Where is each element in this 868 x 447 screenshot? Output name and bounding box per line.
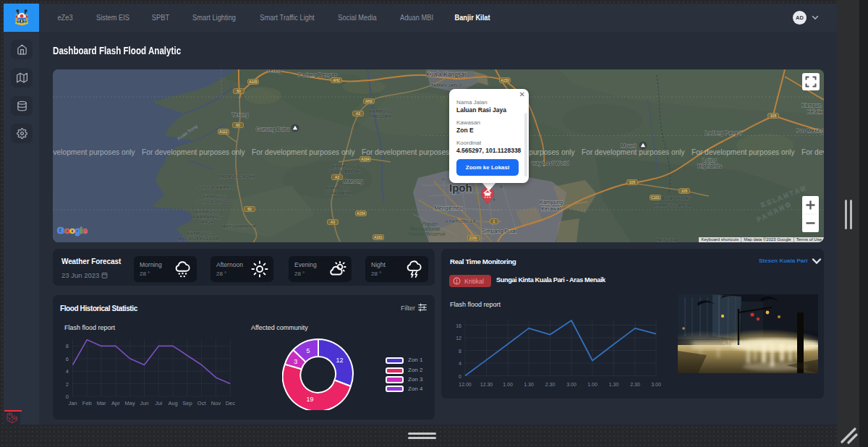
svg-text:Jun: Jun [140,400,148,406]
svg-text:16: 16 [456,323,461,328]
svg-text:C101: C101 [651,195,660,200]
svg-text:A154: A154 [357,211,365,216]
svg-text:SUNGAI KERANG: SUNGAI KERANG [197,185,237,190]
svg-text:Kerawat: Kerawat [541,205,561,212]
svg-text:PERMATANG: PERMATANG [193,215,222,219]
svg-text:2.30: 2.30 [630,382,640,387]
svg-text:Kampun: Kampun [801,102,822,108]
svg-text:KAMPUNG: KAMPUNG [203,195,226,199]
svg-text:105: 105 [681,189,688,193]
svg-text:6: 6 [66,356,69,362]
svg-text:Oct: Oct [197,400,207,406]
svg-text:G: G [57,226,64,236]
svg-text:For development purposes only: For development purposes only [692,148,796,156]
svg-text:1.00: 1.00 [587,382,597,387]
svg-text:2150: 2150 [469,236,477,240]
svg-text:1.30: 1.30 [609,382,619,387]
svg-text:Feb: Feb [82,400,92,406]
svg-text:A3: A3 [335,175,339,179]
svg-text:Pos Mering: Pos Mering [796,127,824,134]
svg-text:12.00: 12.00 [459,382,472,387]
svg-text:Dec: Dec [226,400,236,406]
svg-text:1.30: 1.30 [524,382,534,387]
svg-text:12: 12 [456,336,461,341]
svg-text:For development purposes only: For development purposes only [142,148,246,156]
svg-text:Sep: Sep [182,400,192,406]
svg-text:A105: A105 [249,80,258,84]
svg-text:Ladang Pangoi: Ladang Pangoi [705,129,742,136]
svg-text:12.30: 12.30 [480,382,493,387]
svg-text:50: 50 [237,89,241,93]
svg-text:8: 8 [66,343,69,349]
svg-text:105: 105 [770,114,777,118]
svg-text:60: 60 [236,123,240,127]
svg-text:Kuala Kangsar: Kuala Kangsar [426,71,467,78]
svg-text:way Lost World: way Lost World [531,160,569,166]
svg-text:Aug: Aug [168,400,177,406]
svg-text:Manong: Manong [343,178,362,184]
svg-text:BAGAN PANCHOR: BAGAN PANCHOR [179,237,219,241]
svg-text:SUNGAI TINGGI: SUNGAI TINGGI [197,200,232,204]
svg-text:1: 1 [493,219,495,224]
svg-text:4: 4 [459,361,461,366]
svg-text:12: 12 [336,357,344,364]
svg-text:Nov: Nov [211,400,221,406]
svg-text:Mar: Mar [97,400,106,406]
svg-text:PADANG GAJAH: PADANG GAJAH [218,174,255,179]
svg-text:Jul: Jul [156,400,163,406]
svg-text:1.00: 1.00 [503,382,513,387]
svg-text:A164: A164 [361,157,370,161]
svg-text:KAMPUNG: KAMPUNG [370,109,393,114]
svg-text:Jering: Jering [267,69,281,74]
svg-text:8: 8 [459,349,461,354]
svg-text:A150: A150 [501,78,509,82]
svg-text:For development purposes only: For development purposes only [801,148,824,156]
svg-text:KAMPUNG: KAMPUNG [327,186,350,190]
svg-text:RAJA: RAJA [202,220,214,224]
svg-text:A3: A3 [331,220,335,224]
svg-text:3: 3 [294,358,297,365]
svg-text:Jan: Jan [68,400,77,406]
svg-text:Gunung Bubu: Gunung Bubu [256,126,289,132]
svg-text:STATION 18: STATION 18 [446,219,477,224]
svg-text:KAMPUNG: KAMPUNG [196,210,219,214]
svg-text:0: 0 [459,374,461,379]
svg-text:Kelaik: Kelaik [807,108,822,115]
svg-text:BLUE VALLEY: BLUE VALLEY [661,196,692,200]
svg-text:For development purposes only: For development purposes only [252,148,356,156]
svg-text:A112: A112 [219,129,228,134]
svg-text:Padang Rengas: Padang Rengas [298,72,337,78]
svg-text:Menglembu: Menglembu [434,205,462,211]
svg-text:For development purposes only: For development purposes only [53,148,136,156]
svg-text:TAMAN JATI 2: TAMAN JATI 2 [431,83,462,88]
svg-text:A161: A161 [374,235,383,239]
svg-text:AH2: AH2 [333,78,340,82]
svg-text:SUAK PETAI: SUAK PETAI [325,191,352,195]
svg-text:shutterstock: shutterstock [723,338,774,349]
svg-text:AH2: AH2 [365,99,373,103]
svg-text:MENORA: MENORA [371,114,391,119]
svg-text:4: 4 [66,368,69,375]
svg-text:A3: A3 [356,111,360,116]
svg-text:KAMPUNG: KAMPUNG [333,164,356,169]
svg-text:2.30: 2.30 [545,382,556,387]
svg-text:Ipoh: Ipoh [449,182,472,194]
svg-text:e: e [82,226,88,236]
svg-text:KAMPUNG: KAMPUNG [187,231,210,236]
svg-text:Highlands: Highlands [697,163,722,169]
svg-text:2: 2 [66,381,69,388]
svg-text:TRINGKAP: TRINGKAP [656,238,679,242]
svg-text:3.00: 3.00 [566,382,576,387]
svg-text:Forest Reserve: Forest Reserve [408,231,445,237]
svg-text:May: May [125,400,135,406]
svg-text:For development purposes only: For development purposes only [582,148,686,156]
svg-text:60: 60 [247,207,252,211]
svg-text:KAMPUNG RAJA: KAMPUNG RAJA [655,203,690,208]
svg-text:3.00: 3.00 [651,382,661,387]
svg-text:105: 105 [629,180,636,184]
svg-text:5: 5 [306,347,310,354]
svg-text:19: 19 [307,396,314,403]
svg-text:0: 0 [66,393,69,400]
svg-text:BATU HAMPAR: BATU HAMPAR [223,224,256,229]
svg-text:Simpang Pulai: Simpang Pulai [482,228,517,234]
